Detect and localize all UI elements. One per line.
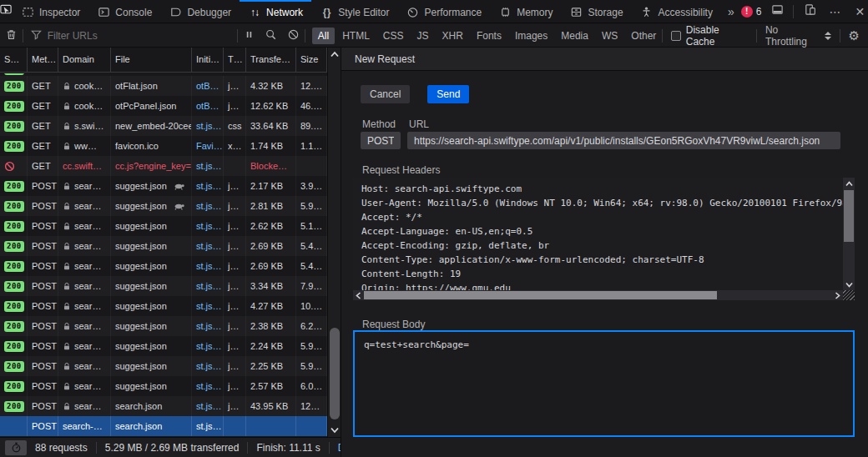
lock-icon — [63, 242, 71, 251]
close-devtools-button[interactable]: ✕ — [850, 3, 868, 21]
request-row[interactable]: 200POSTsear…suggest.jsonst.js…j…2.62 KB5… — [0, 216, 327, 236]
request-body-textarea[interactable]: q=test+search&page= — [353, 330, 855, 437]
scroll-down-button[interactable] — [843, 279, 855, 290]
tab-network[interactable]: ↑↓Network — [240, 0, 311, 23]
size-text: 5.9… — [300, 201, 322, 211]
tab-performance[interactable]: Performance — [397, 0, 490, 23]
devtools-menu-button[interactable]: ⋯ — [825, 3, 844, 21]
cell-type: j… — [224, 176, 246, 196]
filter-html[interactable]: HTML — [336, 28, 376, 44]
search-button[interactable] — [260, 26, 282, 46]
pause-traffic-button[interactable] — [238, 26, 260, 46]
request-row-partial[interactable]: 200 — [0, 73, 327, 76]
request-row[interactable]: 200POSTsear…suggest.jsonst.js…j…2.81 KB5… — [0, 196, 327, 216]
request-row[interactable]: 200GETcook…otFlat.jsonotB…j…4.32 KB12.… — [0, 76, 327, 96]
filter-ws[interactable]: WS — [596, 28, 623, 44]
filter-images[interactable]: Images — [509, 28, 553, 44]
request-row[interactable]: 200POSTsear…suggest.jsonst.js…j…2.57 KB6… — [0, 376, 327, 396]
method-text: POST — [32, 301, 57, 311]
request-row[interactable]: 200POSTsear…suggest.jsonst.js…j…2.38 KB6… — [0, 316, 327, 336]
filter-media[interactable]: Media — [555, 28, 594, 44]
request-row[interactable]: 200POSTsear…search.jsonst.js…j…43.95 KB1… — [0, 396, 327, 416]
request-row[interactable]: 200POSTsear…suggest.jsonst.js…j…2.24 KB5… — [0, 336, 327, 356]
file-text: cc.js?engine_key= — [115, 161, 191, 171]
method-input[interactable] — [361, 132, 401, 149]
cell-status: 200 — [0, 116, 28, 136]
request-headers-textarea[interactable]: Host: search-api.swiftype.com User-Agent… — [353, 178, 855, 300]
filter-urls-input[interactable] — [48, 30, 214, 42]
tab-console[interactable]: Console — [88, 0, 160, 23]
status-badge: 200 — [4, 221, 24, 232]
column-header-6[interactable]: Transfe… — [246, 48, 296, 72]
cancel-button[interactable]: Cancel — [361, 85, 410, 103]
column-header-3[interactable]: File — [111, 48, 192, 72]
request-row[interactable]: 200GETww…favicon.icoFavi…x…1.74 KB1.1… — [0, 136, 327, 156]
tab-overflow-button[interactable]: » — [721, 0, 741, 23]
transferred-text: 33.64 KB — [250, 121, 288, 131]
request-row[interactable]: 200POSTsear…suggest.jsonst.js…j…4.27 KB1… — [0, 296, 327, 316]
scrollbar-thumb[interactable] — [364, 291, 717, 299]
column-header-7[interactable]: Size — [296, 48, 327, 72]
cell-method: POST — [28, 396, 58, 416]
performance-analysis-button[interactable] — [5, 440, 27, 455]
split-console-button[interactable] — [768, 3, 786, 21]
column-header-0[interactable]: S… — [0, 48, 28, 72]
filter-all[interactable]: All — [312, 28, 335, 44]
scroll-left-button[interactable] — [353, 290, 364, 300]
disable-cache-checkbox[interactable] — [671, 31, 681, 41]
request-row[interactable]: 200POSTsear…suggest.jsonst.js…j…2.69 KB5… — [0, 256, 327, 276]
domain-text: sear… — [74, 241, 101, 251]
scrollbar-thumb[interactable] — [844, 190, 854, 242]
headers-vertical-scrollbar[interactable] — [843, 178, 855, 290]
column-header-2[interactable]: Domain — [58, 48, 111, 72]
responsive-design-button[interactable] — [800, 3, 819, 21]
tab-storage[interactable]: Storage — [562, 0, 632, 23]
status-badge: 200 — [4, 101, 24, 112]
throttling-dropdown[interactable]: No Throttling — [765, 24, 831, 48]
request-row[interactable]: 200POSTsear…suggest.jsonst.js…j…2.25 KB5… — [0, 356, 327, 376]
clear-requests-button[interactable] — [0, 26, 23, 46]
request-row[interactable]: GETcc.swift…cc.js?engine_key=st.js…Block… — [0, 156, 327, 176]
cell-initiator: st.js… — [192, 116, 224, 136]
block-requests-button[interactable] — [282, 26, 305, 46]
network-settings-button[interactable]: ⚙ — [840, 28, 868, 43]
filter-other[interactable]: Other — [625, 28, 662, 44]
request-row[interactable]: 200GETs.swi…new_embed-20ceest.js…css33.6… — [0, 116, 327, 136]
filter-js[interactable]: JS — [411, 28, 435, 44]
lock-icon — [63, 322, 71, 331]
scroll-down-button[interactable] — [328, 424, 341, 437]
column-header-5[interactable]: T… — [224, 48, 246, 72]
scroll-up-button[interactable] — [843, 178, 855, 189]
filter-xhr[interactable]: XHR — [437, 28, 469, 44]
error-count-badge[interactable]: ! 6 — [741, 6, 762, 18]
request-list-scrollbar[interactable] — [327, 48, 341, 437]
request-row[interactable]: 200POSTsear…suggest.jsonst.js…j…2.17 KB3… — [0, 176, 327, 196]
status-badge: 200 — [4, 301, 24, 312]
cell-method: POST — [28, 296, 58, 316]
request-row[interactable]: 200POSTsear…suggest.jsonst.js…j…3.34 KB7… — [0, 276, 327, 296]
status-badge: 200 — [4, 341, 24, 352]
scroll-right-button[interactable] — [832, 290, 843, 300]
request-row[interactable]: 200POSTsear…suggest.jsonst.js…j…2.69 KB5… — [0, 236, 327, 256]
url-input[interactable] — [407, 132, 840, 149]
resize-grip-icon[interactable] — [843, 290, 855, 300]
tab-inspector[interactable]: Inspector — [13, 0, 88, 23]
node-picker-button[interactable] — [0, 0, 13, 23]
filter-fonts[interactable]: Fonts — [471, 28, 507, 44]
tab-memory[interactable]: Memory — [490, 0, 561, 23]
filter-css[interactable]: CSS — [377, 28, 410, 44]
tab-debugger[interactable]: Debugger — [160, 0, 240, 23]
cell-file: suggest.json — [111, 216, 192, 236]
tab-style-editor[interactable]: { }Style Editor — [311, 0, 397, 23]
tab-accessibility[interactable]: Accessibility — [632, 0, 721, 23]
request-row[interactable]: 200GETcook…otPcPanel.jsonotB…j…12.62 KB4… — [0, 96, 327, 116]
column-header-4[interactable]: Initi… — [192, 48, 224, 72]
scrollbar-thumb[interactable] — [330, 328, 340, 419]
headers-horizontal-scrollbar[interactable] — [353, 290, 843, 300]
scroll-up-button[interactable] — [328, 48, 341, 61]
send-button[interactable]: Send — [427, 85, 469, 103]
column-header-1[interactable]: Met… — [28, 48, 58, 72]
disable-cache-control[interactable]: Disable Cache — [671, 24, 748, 48]
request-row[interactable]: POSTsearch-…search.jsonst.js… — [0, 416, 327, 436]
blocked-icon — [4, 161, 15, 172]
